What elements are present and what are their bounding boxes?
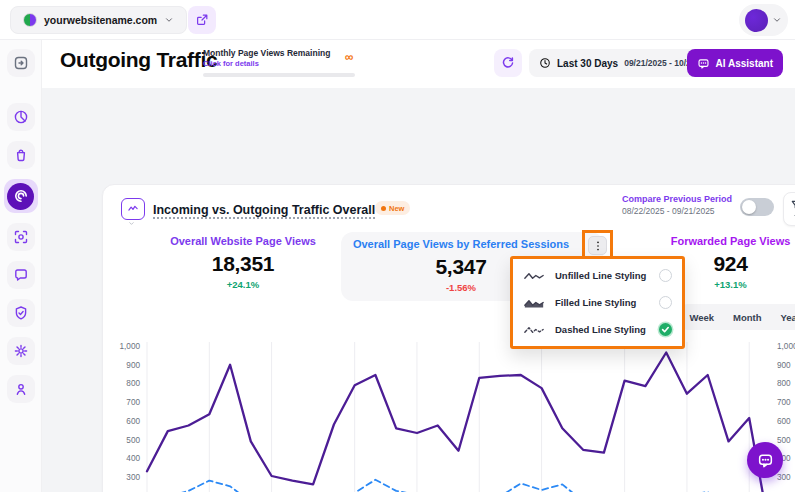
avatar [745, 9, 768, 32]
site-name: yourwebsitename.com [44, 14, 157, 26]
metric-label: Overall Website Page Views [133, 235, 353, 247]
sidebar-item-products[interactable] [7, 141, 35, 169]
external-link-icon [195, 13, 209, 27]
sidebar-item-visitors[interactable] [7, 375, 35, 403]
metric-overall-website-page-views[interactable]: Overall Website Page Views 18,351 +24.1% [133, 235, 353, 290]
series-line-overall [147, 353, 770, 492]
compare-range: 08/22/2025 - 09/21/2025 [622, 206, 732, 216]
support-chat-button[interactable] [747, 442, 783, 478]
sidebar-item-messages[interactable] [7, 261, 35, 289]
account-menu[interactable] [739, 4, 788, 36]
site-selector[interactable]: yourwebsitename.com [10, 6, 187, 34]
y-tick-label: 900 [126, 361, 140, 370]
radio-checked-icon[interactable] [659, 323, 672, 336]
monthly-page-views-remaining: Monthly Page Views Remaining Click for d… [203, 48, 363, 77]
sidebar-item-analytics[interactable] [7, 103, 35, 131]
tab-year[interactable]: Year [780, 312, 795, 323]
y-tick-label: 1,000 [120, 342, 141, 351]
page-header: Outgoing Traffic Monthly Page Views Rema… [42, 40, 795, 88]
tab-week[interactable]: Week [689, 312, 714, 323]
menu-item-unfilled-line-styling[interactable]: Unfilled Line Styling [513, 262, 682, 289]
menu-item-label: Dashed Line Styling [555, 324, 651, 335]
y-tick-label: 400 [126, 454, 140, 463]
date-range-label: Last 30 Days [557, 58, 618, 69]
menu-item-filled-line-styling[interactable]: Filled Line Styling [513, 289, 682, 316]
metric-delta: +24.1% [133, 279, 353, 290]
traffic-line-chart[interactable]: 09/21/202509/24/202509/27/202510/01/2025… [107, 335, 795, 492]
badge-label: New [389, 204, 404, 213]
pie-chart-icon [13, 109, 29, 125]
outgoing-swirl-icon [7, 183, 34, 210]
y-tick-label: 500 [777, 436, 791, 445]
funnel-icon [790, 199, 795, 212]
y-tick-label: 900 [777, 361, 791, 370]
ai-assistant-button[interactable]: AI Assistant [687, 49, 783, 77]
y-tick-label: 300 [126, 473, 140, 482]
traffic-chart-icon [121, 198, 145, 220]
compare-previous-period: Compare Previous Period 08/22/2025 - 09/… [622, 194, 732, 216]
site-favicon-icon [23, 13, 37, 27]
y-tick-label: 300 [777, 473, 791, 482]
filter-button[interactable] [783, 192, 795, 226]
wave-dashed-icon [523, 324, 547, 336]
wave-unfilled-icon [523, 270, 547, 282]
y-tick-label: 800 [126, 379, 140, 388]
top-bar: yourwebsitename.com [0, 0, 795, 40]
open-site-button[interactable] [188, 6, 216, 34]
tab-month[interactable]: Month [733, 312, 762, 323]
chat-bubble-icon [13, 267, 29, 283]
sidebar-item-settings[interactable] [7, 337, 35, 365]
shield-check-icon [13, 305, 29, 321]
traffic-overview-card: Incoming vs. Outgoing Traffic Overall Ne… [102, 184, 795, 492]
y-tick-label: 800 [777, 379, 791, 388]
location-person-icon [13, 381, 29, 397]
chevron-down-icon[interactable] [128, 220, 135, 227]
line-style-menu-button[interactable] [588, 236, 607, 255]
new-badge: New [375, 201, 410, 215]
period-tabs: WeekMonthYear [680, 304, 795, 330]
chat-icon [697, 57, 710, 70]
compare-label: Compare Previous Period [622, 194, 732, 204]
y-tick-label: 500 [126, 436, 140, 445]
sidebar-item-tracking[interactable] [7, 223, 35, 251]
chevron-down-icon [772, 15, 782, 25]
metric-label: Overall Page Views by Referred Sessions [341, 238, 581, 250]
monthly-title: Monthly Page Views Remaining [203, 48, 363, 58]
ai-assistant-label: AI Assistant [716, 58, 773, 69]
toggle-knob [742, 200, 756, 214]
wave-filled-icon [523, 297, 547, 309]
sidebar [0, 40, 42, 492]
click-for-details-link[interactable]: Click for details [203, 59, 363, 68]
y-tick-label: 1,000 [777, 342, 795, 351]
series-line-referred [147, 480, 770, 492]
y-tick-label: 700 [126, 398, 140, 407]
shopping-bag-icon [13, 147, 29, 163]
badge-dot [381, 206, 386, 211]
kebab-icon [592, 240, 604, 252]
card-title[interactable]: Incoming vs. Outgoing Traffic Overall [153, 203, 375, 217]
menu-item-label: Filled Line Styling [555, 297, 651, 308]
compare-toggle[interactable] [740, 198, 774, 216]
radio-icon[interactable] [659, 296, 672, 309]
menu-item-label: Unfilled Line Styling [555, 270, 651, 281]
menu-item-dashed-line-styling[interactable]: Dashed Line Styling [513, 316, 682, 343]
infinity-remaining: ∞ [345, 50, 354, 64]
clock-icon [539, 57, 551, 69]
gear-icon [13, 343, 29, 359]
y-tick-label: 600 [126, 417, 140, 426]
monthly-progress-bar [203, 73, 355, 77]
sidebar-item-outgoing-traffic[interactable] [4, 179, 38, 213]
main-content: Incoming vs. Outgoing Traffic Overall Ne… [42, 88, 795, 492]
line-style-menu: Unfilled Line StylingFilled Line Styling… [510, 256, 685, 349]
y-tick-label: 700 [777, 398, 791, 407]
refresh-button[interactable] [494, 49, 522, 77]
metric-value: 18,351 [133, 252, 353, 276]
radio-icon[interactable] [659, 269, 672, 282]
target-scan-icon [13, 229, 29, 245]
refresh-icon [501, 56, 515, 70]
sidebar-item-security[interactable] [7, 299, 35, 327]
sidebar-item-toggle-sidebar[interactable] [7, 49, 35, 77]
chevron-down-icon [164, 15, 174, 25]
page-title: Outgoing Traffic [60, 48, 217, 72]
y-tick-label: 600 [777, 417, 791, 426]
